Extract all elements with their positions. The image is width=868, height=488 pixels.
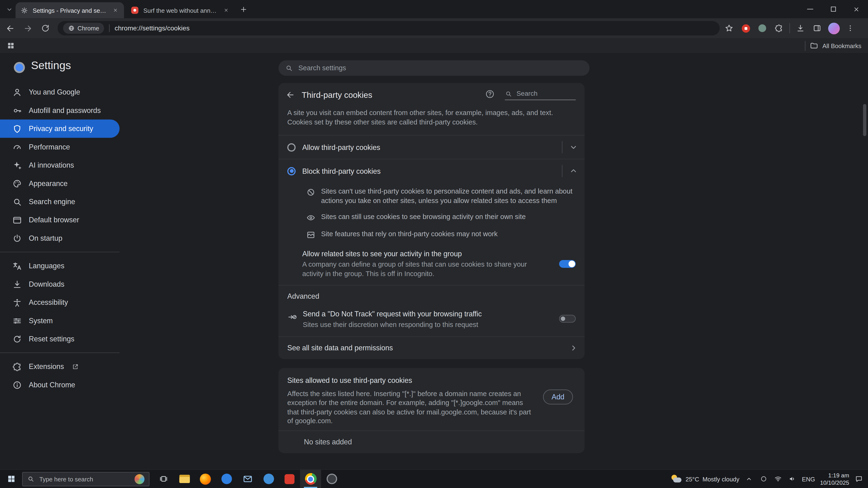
back-button[interactable] [283,88,297,102]
file-explorer-button[interactable] [174,470,195,488]
firefox-button[interactable] [195,470,216,488]
close-window-button[interactable] [845,0,868,18]
puzzle-icon [12,362,22,371]
profile-button[interactable] [828,22,840,34]
windows-logo-icon [7,475,15,483]
search-highlights-icon[interactable] [134,474,144,484]
bookmark-star-button[interactable] [723,22,735,34]
new-tab-button[interactable] [238,4,249,15]
chrome-icon [305,473,316,485]
speaker-icon [788,475,796,483]
browser-menu-button[interactable] [844,22,857,34]
avatar [828,22,839,34]
clock[interactable]: 1:19 am 10/10/2025 [820,472,849,486]
sidebar-item-appearance[interactable]: Appearance [0,174,120,192]
bookmarks-bar: All Bookmarks [0,38,868,53]
page-scrollbar[interactable] [863,77,866,468]
reload-button[interactable] [38,21,53,36]
browser-toolbar: Chrome chrome://settings/cookies [0,18,868,38]
sidebar-item-system[interactable]: System [0,312,120,330]
apps-shortcut-button[interactable] [4,40,17,52]
tray-app-button[interactable] [759,474,768,484]
settings-search-input[interactable] [297,64,583,73]
sidebar-item-performance[interactable]: Performance [0,138,120,156]
sidebar-item-autofill[interactable]: Autofill and passwords [0,101,120,119]
all-bookmarks-button[interactable]: All Bookmarks [805,41,868,51]
no-sites-added-row: No sites added [279,430,585,453]
chevron-up-icon [568,166,578,176]
tab-settings[interactable]: Settings - Privacy and security [16,2,124,18]
tab-search-button[interactable] [4,4,14,14]
sidebar-item-accessibility[interactable]: Accessibility [0,293,120,312]
sidebar-item-label: Search engine [29,198,75,206]
collapse-button[interactable] [568,165,579,176]
language-indicator[interactable]: ENG [802,476,815,482]
tab-adblock-page[interactable]: Surf the web without annoying [126,2,235,18]
sidebar-item-privacy-and-security[interactable]: Privacy and security [0,120,120,138]
wifi-icon [774,475,782,483]
side-panel-button[interactable] [811,22,823,34]
action-center-button[interactable] [854,474,864,484]
store-app-button[interactable] [216,470,237,488]
windows-taskbar: 25°C Mostly cloudy ENG 1:19 am 10/10/202… [0,469,868,488]
address-bar[interactable]: Chrome chrome://settings/cookies [58,21,720,35]
taskbar-search[interactable] [22,472,150,486]
system-tray: 25°C Mostly cloudy ENG 1:19 am 10/10/202… [671,470,868,488]
tab-close-button[interactable] [111,6,120,15]
start-button[interactable] [0,470,22,488]
sidebar-item-label: Accessibility [29,298,68,306]
site-info-chip[interactable]: Chrome [63,23,104,34]
hidden-icons-button[interactable] [744,474,754,484]
sidebar-item-search-engine[interactable]: Search engine [0,193,120,211]
back-button[interactable] [2,21,18,36]
inpage-search[interactable] [505,89,576,100]
sidebar-item-label: Downloads [29,280,64,288]
radio-option-block[interactable]: Block third-party cookies [279,159,585,183]
extension-button[interactable] [756,22,769,34]
radio-selected-icon[interactable] [287,167,296,175]
network-button[interactable] [773,474,783,484]
sidebar-item-reset-settings[interactable]: Reset settings [0,330,120,348]
task-view-button[interactable] [153,470,174,488]
sidebar-item-on-startup[interactable]: On startup [0,229,120,247]
extensions-menu-button[interactable] [773,22,785,34]
sidebar-item-downloads[interactable]: Downloads [0,275,120,293]
tab-close-button[interactable] [221,6,230,15]
forward-button[interactable] [20,21,35,36]
radio-unselected-icon[interactable] [287,143,296,151]
downloads-button[interactable] [795,22,807,34]
sidebar-item-ai-innovations[interactable]: AI innovations [0,156,120,174]
do-not-track-toggle[interactable] [559,315,576,323]
media-app-button[interactable] [279,470,300,488]
chrome-button[interactable] [300,470,321,488]
puzzle-icon [774,24,783,33]
related-sites-toggle[interactable] [559,260,576,268]
weather-widget[interactable]: 25°C Mostly cloudy [671,475,739,484]
expand-button[interactable] [568,142,579,153]
utility-app-button[interactable] [321,470,342,488]
radio-option-allow[interactable]: Allow third-party cookies [279,135,585,159]
volume-button[interactable] [787,474,797,484]
sidebar-item-extensions[interactable]: Extensions [0,357,120,376]
three-dots-icon [846,24,854,32]
adblock-extension-button[interactable] [740,22,752,34]
tab-strip: Settings - Privacy and security Surf the… [0,0,868,18]
scrollbar-thumb[interactable] [863,104,866,136]
see-all-site-data-link[interactable]: See all site data and permissions [279,336,585,359]
settings-search[interactable] [279,60,590,76]
mail-button[interactable] [237,470,258,488]
add-site-button[interactable]: Add [543,389,573,404]
help-button[interactable] [485,89,496,100]
minimize-button[interactable] [798,0,822,18]
search-icon [505,90,512,97]
shield-icon [12,124,22,134]
sidebar-item-about-chrome[interactable]: About Chrome [0,376,120,394]
sidebar-item-languages[interactable]: Languages [0,257,120,275]
sidebar-item-you-and-google[interactable]: You and Google [0,83,120,101]
maximize-button[interactable] [822,0,845,18]
sidebar-item-default-browser[interactable]: Default browser [0,211,120,229]
inpage-search-input[interactable] [516,89,573,98]
tray-circle-icon [760,475,767,483]
taskbar-search-input[interactable] [38,475,131,483]
messaging-app-button[interactable] [258,470,279,488]
